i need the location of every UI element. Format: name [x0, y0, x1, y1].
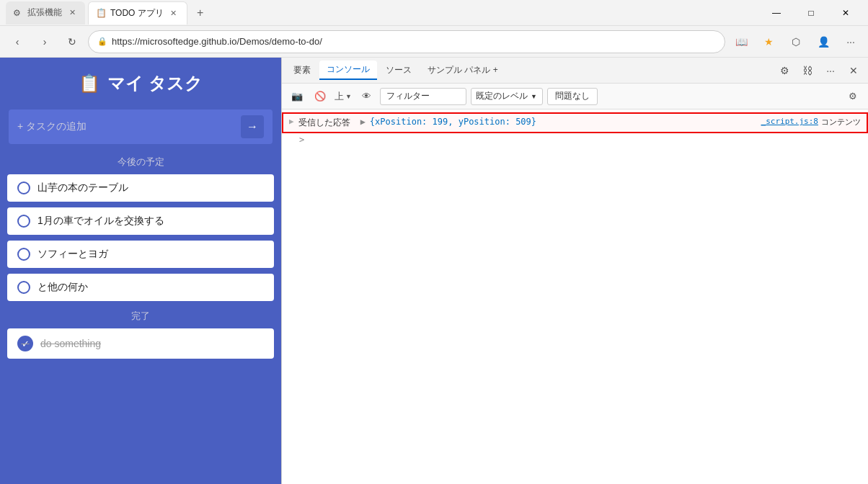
todo-item-text-2: 1月の車でオイルを交換する [37, 215, 164, 228]
filter-label: フィルター [386, 90, 430, 102]
level-label: 既定のレベル [476, 90, 528, 102]
console-value-1: {xPosition: 199, yPosition: 509} [370, 117, 536, 127]
todo-checkbox-1[interactable] [17, 182, 30, 194]
todo-check-icon-1: ✓ [17, 336, 33, 351]
devtools-tab-console[interactable]: コンソール [319, 60, 377, 80]
extensions-icon: ⚙ [13, 8, 23, 18]
tab-extensions[interactable]: ⚙ 拡張機能 ✕ [6, 1, 85, 24]
browser-window: ⚙ 拡張機能 ✕ 📋 TODO アプリ ✕ + — □ ✕ ‹ › ↻ 🔒 ht… [0, 0, 868, 484]
todo-checkbox-3[interactable] [17, 248, 30, 261]
console-content-label: コンテンツ [821, 117, 861, 127]
todo-item-2[interactable]: 1月の車でオイルを交換する [7, 207, 274, 235]
todo-tab-icon: 📋 [96, 8, 106, 18]
devtools-tab-sample-panel[interactable]: サンプル パネル + [420, 61, 505, 79]
close-button[interactable]: ✕ [829, 1, 862, 24]
todo-checkbox-4[interactable] [17, 281, 30, 294]
more-button[interactable]: ··· [839, 30, 862, 53]
devtools-close-button[interactable]: ✕ [843, 60, 864, 81]
todo-checkbox-2[interactable] [17, 215, 30, 228]
console-source-1[interactable]: _script.js:8 [761, 117, 818, 126]
profile-button[interactable]: 👤 [812, 30, 835, 53]
devtools-panel: 要素 コンソール ソース サンプル パネル + ⚙ ⛓ ··· ✕ [281, 58, 868, 484]
devtools-eye-button[interactable]: 👁 [357, 87, 376, 106]
todo-item-text-4: と他の何か [37, 281, 88, 294]
console-entry-1: ▶ 受信した応答 ▶ {xPosition: 199, yPosition: 5… [282, 112, 868, 133]
console-secondary-row: > [282, 133, 868, 146]
back-button[interactable]: ‹ [6, 30, 29, 53]
title-bar: ⚙ 拡張機能 ✕ 📋 TODO アプリ ✕ + — □ ✕ [0, 0, 868, 26]
devtools-tabs: 要素 コンソール ソース サンプル パネル + ⚙ ⛓ ··· ✕ [282, 58, 868, 84]
level-arrow-icon: ▼ [531, 93, 537, 100]
console-label-1: 受信した応答 [298, 117, 356, 129]
tab-extensions-close[interactable]: ✕ [66, 7, 78, 19]
collections-button[interactable]: ⬡ [784, 30, 807, 53]
no-issues-badge: 問題なし [547, 88, 598, 105]
minimize-button[interactable]: — [760, 1, 793, 24]
address-bar: ‹ › ↻ 🔒 https://microsoftedge.github.io/… [0, 26, 868, 58]
devtools-toolbar: 📷 🚫 上 ▼ 👁 フィルター 既定のレベル ▼ 問題なし ⚙ [282, 84, 868, 109]
forward-button[interactable]: › [33, 30, 56, 53]
main-content: 📋 マイ タスク + タスクの追加 → 今後の予定 山芋の本のテーブル 1月の車… [0, 58, 868, 484]
todo-header-icon: 📋 [79, 73, 100, 94]
todo-add-row[interactable]: + タスクの追加 → [9, 109, 273, 144]
todo-header-title: マイ タスク [107, 72, 203, 95]
todo-item-text-1: 山芋の本のテーブル [37, 182, 128, 194]
new-tab-button[interactable]: + [190, 3, 211, 23]
tab-todo-label: TODO アプリ [110, 7, 164, 19]
todo-item-1[interactable]: 山芋の本のテーブル [7, 174, 274, 202]
todo-item-3[interactable]: ソフィーとヨガ [7, 241, 274, 268]
tab-todo-close[interactable]: ✕ [168, 7, 180, 19]
devtools-more-button[interactable]: ··· [820, 60, 841, 81]
console-expand-icon[interactable]: ▶ [289, 117, 294, 126]
todo-item-completed-1[interactable]: ✓ do something [7, 328, 274, 359]
level-select[interactable]: 既定のレベル ▼ [471, 88, 543, 105]
todo-add-button[interactable]: → [241, 115, 264, 138]
window-controls: — □ ✕ [760, 1, 862, 24]
devtools-tab-sources[interactable]: ソース [378, 61, 419, 79]
devtools-tab-elements[interactable]: 要素 [286, 61, 318, 79]
refresh-button[interactable]: ↻ [61, 30, 84, 53]
lock-icon: 🔒 [97, 37, 107, 46]
todo-item-completed-text-1: do something [40, 338, 101, 349]
todo-add-placeholder: + タスクの追加 [17, 120, 241, 133]
url-bar[interactable]: 🔒 https://microsoftedge.github.io/Demos/… [88, 30, 725, 53]
devtools-body: ▶ 受信した応答 ▶ {xPosition: 199, yPosition: 5… [282, 109, 868, 484]
console-expand-arrow-1[interactable]: ▶ [360, 117, 366, 127]
reader-mode-button[interactable]: 📖 [730, 30, 753, 53]
maximize-button[interactable]: □ [794, 1, 828, 24]
todo-item-4[interactable]: と他の何か [7, 274, 274, 301]
devtools-link-button[interactable]: ⛓ [797, 60, 818, 81]
upcoming-label: 今後の予定 [0, 150, 281, 171]
devtools-screencast-button[interactable]: 📷 [288, 87, 306, 106]
tab-todo[interactable]: 📋 TODO アプリ ✕ [88, 1, 187, 24]
url-text: https://microsoftedge.github.io/Demos/de… [112, 36, 322, 47]
devtools-settings-button[interactable]: ⚙ [774, 60, 794, 81]
devtools-level-button[interactable]: 上 ▼ [334, 87, 353, 106]
devtools-clear-button[interactable]: 🚫 [311, 87, 329, 106]
todo-app: 📋 マイ タスク + タスクの追加 → 今後の予定 山芋の本のテーブル 1月の車… [0, 58, 281, 484]
tab-extensions-label: 拡張機能 [27, 6, 62, 19]
completed-label: 完了 [0, 304, 281, 326]
devtools-toolbar-settings[interactable]: ⚙ [843, 87, 862, 106]
todo-header: 📋 マイ タスク [0, 58, 281, 104]
favorites-button[interactable]: ★ [757, 30, 780, 53]
devtools-tab-actions: ⚙ ⛓ ··· ✕ [774, 60, 864, 81]
filter-input[interactable]: フィルター [380, 88, 466, 105]
todo-item-text-3: ソフィーとヨガ [37, 248, 108, 261]
